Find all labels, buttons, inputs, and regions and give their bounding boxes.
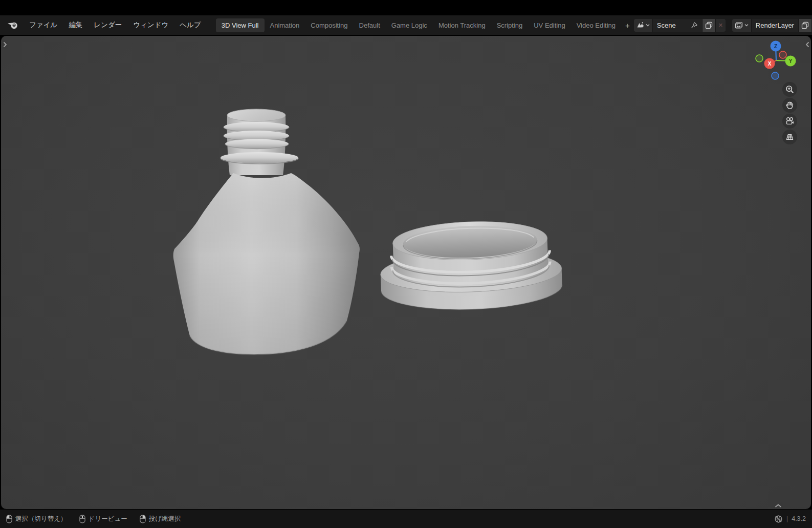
- bottle-object[interactable]: [173, 109, 360, 354]
- network-offline-icon: [774, 515, 783, 523]
- chevron-down-icon: [646, 24, 650, 27]
- tab-3d-view-full[interactable]: 3D View Full: [216, 18, 265, 32]
- footer-expand-arrow[interactable]: [774, 503, 782, 508]
- scene-icon: [637, 22, 644, 29]
- statusbar-right: | 4.3.2: [774, 515, 806, 523]
- blender-menu-button[interactable]: [6, 19, 21, 31]
- menu-file[interactable]: ファイル: [24, 18, 63, 32]
- pin-icon[interactable]: [691, 22, 698, 29]
- tab-default[interactable]: Default: [354, 18, 386, 32]
- svg-text:Z: Z: [774, 44, 777, 49]
- svg-text:Y: Y: [789, 58, 793, 64]
- add-workspace-button[interactable]: +: [621, 19, 634, 32]
- perspective-toggle-button[interactable]: [782, 130, 797, 144]
- menu-window[interactable]: ウィンドウ: [127, 18, 174, 32]
- scene-selector: Scene ✕: [634, 19, 726, 32]
- tab-uv-editing[interactable]: UV Editing: [528, 18, 570, 32]
- mouse-right-icon: [140, 515, 146, 523]
- magnifier-plus-icon: [785, 85, 794, 94]
- gizmo-neg-y-ball[interactable]: [756, 55, 763, 62]
- workspace-tabs: 3D View Full Animation Compositing Defau…: [216, 18, 634, 32]
- view-layer-selector: RenderLayer ✕: [732, 19, 812, 32]
- tab-motion-tracking[interactable]: Motion Tracking: [433, 18, 491, 32]
- statusbar: 選択（切り替え） ドリービュー 投げ縄選択 | 4.3.2: [0, 510, 812, 528]
- new-scene-button[interactable]: [702, 19, 715, 32]
- toolbar-expand-arrow[interactable]: [3, 41, 8, 48]
- pan-view-button[interactable]: [782, 98, 797, 113]
- tab-animation[interactable]: Animation: [265, 18, 305, 32]
- view-layer-name-field[interactable]: RenderLayer: [752, 19, 798, 32]
- browse-scene-button[interactable]: [634, 19, 653, 32]
- sidebar-expand-arrow[interactable]: [805, 41, 810, 48]
- hint-select: 選択（切り替え）: [6, 515, 67, 523]
- tab-game-logic[interactable]: Game Logic: [386, 18, 433, 32]
- tab-compositing[interactable]: Compositing: [305, 18, 353, 32]
- renderlayer-icon: [735, 22, 743, 29]
- gizmo-y-ball[interactable]: Y: [785, 56, 796, 67]
- hand-icon: [785, 101, 794, 110]
- navigation-gizmo[interactable]: Z Y X: [754, 40, 803, 89]
- gizmo-x-ball[interactable]: X: [764, 58, 775, 69]
- cap-object[interactable]: [379, 219, 563, 312]
- scene-render: [1, 36, 811, 509]
- main-menus: ファイル 編集 レンダー ウィンドウ ヘルプ: [24, 18, 207, 32]
- viewport-3d[interactable]: Z Y X: [1, 36, 811, 509]
- scene-name: Scene: [657, 22, 687, 29]
- gizmo-neg-x-ball[interactable]: [779, 51, 786, 58]
- topbar: ファイル 編集 レンダー ウィンドウ ヘルプ 3D View Full Anim…: [0, 15, 812, 35]
- zoom-view-button[interactable]: [782, 82, 797, 97]
- gizmo-neg-z-ball[interactable]: [772, 72, 779, 79]
- menu-render[interactable]: レンダー: [88, 18, 127, 32]
- unlink-scene-button[interactable]: ✕: [715, 19, 726, 32]
- camera-view-button[interactable]: [782, 114, 797, 129]
- view-layer-name: RenderLayer: [756, 22, 794, 29]
- hint-select-label: 選択（切り替え）: [15, 515, 67, 523]
- menu-edit[interactable]: 編集: [63, 18, 88, 32]
- chevron-down-icon: [744, 24, 749, 27]
- mouse-middle-icon: [79, 515, 85, 523]
- version-label: 4.3.2: [792, 515, 806, 522]
- hint-lasso-select: 投げ縄選択: [140, 515, 181, 523]
- duplicate-icon: [705, 22, 713, 29]
- gizmo-z-ball[interactable]: Z: [771, 41, 781, 52]
- scene-name-field[interactable]: Scene: [653, 19, 702, 32]
- id-selectors: Scene ✕: [634, 19, 812, 32]
- new-view-layer-button[interactable]: [798, 19, 811, 32]
- tab-scripting[interactable]: Scripting: [491, 18, 529, 32]
- tab-video-editing[interactable]: Video Editing: [571, 18, 621, 32]
- hint-lasso-select-label: 投げ縄選択: [149, 515, 181, 523]
- system-top-strip: [0, 0, 812, 15]
- mouse-left-icon: [6, 515, 12, 523]
- camera-icon: [785, 117, 795, 125]
- blender-logo-icon: [7, 20, 18, 30]
- browse-view-layer-button[interactable]: [732, 19, 752, 32]
- version-separator: |: [786, 515, 788, 522]
- grid-icon: [785, 133, 794, 141]
- svg-text:X: X: [768, 61, 772, 67]
- duplicate-icon: [801, 22, 809, 29]
- menu-help[interactable]: ヘルプ: [174, 18, 206, 32]
- hint-dolly-view-label: ドリービュー: [89, 515, 127, 523]
- bottle-threads: [224, 122, 289, 149]
- hint-dolly-view: ドリービュー: [79, 515, 127, 523]
